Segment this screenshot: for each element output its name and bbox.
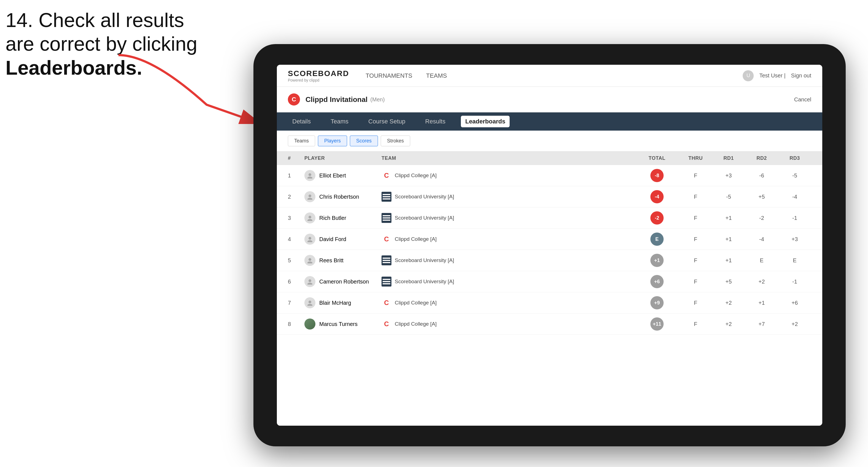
rd2-cell: E: [745, 257, 778, 264]
navbar: SCOREBOARD Powered by clippd TOURNAMENTS…: [277, 65, 822, 87]
svg-rect-6: [383, 196, 390, 197]
filter-scores[interactable]: Scores: [350, 135, 378, 146]
player-cell: Cameron Robertson: [304, 276, 381, 287]
player-avatar: [304, 297, 315, 308]
col-rd1: RD1: [712, 155, 745, 161]
rd1-cell: +5: [712, 279, 745, 285]
player-name: Chris Robertson: [319, 194, 359, 200]
svg-point-4: [307, 198, 312, 200]
table-row[interactable]: 6 Cameron Robertson Scoreboard Universit…: [277, 271, 822, 292]
filter-strokes[interactable]: Strokes: [381, 135, 410, 146]
total-cell: -4: [635, 190, 679, 203]
tablet-screen: SCOREBOARD Powered by clippd TOURNAMENTS…: [277, 65, 822, 426]
rank-cell: 1: [288, 173, 304, 179]
total-cell: E: [635, 232, 679, 246]
svg-rect-5: [383, 194, 390, 195]
rd3-cell: E: [778, 257, 811, 264]
rd1-cell: +1: [712, 215, 745, 221]
sign-out[interactable]: Sign out: [791, 72, 811, 79]
rd1-cell: +2: [712, 321, 745, 327]
rd2-cell: +2: [745, 279, 778, 285]
score-badge: +9: [650, 296, 663, 309]
col-rank: #: [288, 155, 304, 161]
tab-course-setup[interactable]: Course Setup: [364, 116, 410, 127]
user-name: Test User |: [759, 72, 785, 79]
filter-teams[interactable]: Teams: [288, 135, 315, 146]
sub-nav: Details Teams Course Setup Results Leade…: [277, 113, 822, 131]
tab-teams[interactable]: Teams: [326, 116, 353, 127]
score-badge: -4: [650, 190, 663, 203]
score-badge: +1: [650, 254, 663, 267]
team-name: Clippd College [A]: [395, 236, 437, 242]
table-row[interactable]: 4 David Ford C Clippd College [A] E F +1…: [277, 229, 822, 250]
svg-point-2: [307, 177, 312, 179]
svg-point-15: [309, 258, 311, 261]
rank-cell: 2: [288, 194, 304, 200]
team-cell: C Clippd College [A]: [381, 170, 635, 181]
team-cell: Scoreboard University [A]: [381, 277, 635, 286]
rank-cell: 3: [288, 215, 304, 221]
rd3-cell: -5: [778, 173, 811, 179]
tablet-frame: SCOREBOARD Powered by clippd TOURNAMENTS…: [253, 44, 846, 446]
thru-cell: F: [679, 279, 712, 285]
tab-leaderboards[interactable]: Leaderboards: [461, 116, 510, 127]
team-name: Scoreboard University [A]: [395, 194, 454, 200]
table-row[interactable]: 7 Blair McHarg C Clippd College [A] +9 F…: [277, 292, 822, 314]
svg-rect-10: [383, 215, 390, 216]
col-thru: THRU: [679, 155, 712, 161]
nav-links: TOURNAMENTS TEAMS: [366, 72, 743, 79]
rd3-cell: -1: [778, 215, 811, 221]
user-icon: U: [743, 70, 754, 81]
score-badge: -8: [650, 169, 663, 182]
thru-cell: F: [679, 236, 712, 243]
team-name: Scoreboard University [A]: [395, 215, 454, 221]
col-team: TEAM: [381, 155, 635, 161]
nav-tournaments[interactable]: TOURNAMENTS: [366, 72, 412, 79]
total-cell: +6: [635, 275, 679, 288]
table-row[interactable]: 5 Rees Britt Scoreboard University [A] +…: [277, 250, 822, 271]
rd2-cell: +7: [745, 321, 778, 327]
svg-rect-22: [383, 279, 390, 280]
player-avatar: [304, 276, 315, 287]
rank-cell: 8: [288, 321, 304, 327]
team-logo-clippd: C: [381, 298, 392, 308]
nav-teams[interactable]: TEAMS: [426, 72, 447, 79]
team-logo-clippd: C: [381, 170, 392, 181]
score-badge: E: [650, 232, 663, 246]
team-cell: Scoreboard University [A]: [381, 255, 635, 265]
team-name: Clippd College [A]: [395, 321, 437, 327]
player-avatar: [304, 318, 315, 330]
tab-details[interactable]: Details: [288, 116, 315, 127]
player-cell: Chris Robertson: [304, 191, 381, 202]
player-avatar: [304, 234, 315, 245]
rd2-cell: -6: [745, 173, 778, 179]
rd3-cell: +3: [778, 236, 811, 243]
table-row[interactable]: 1 Elliot Ebert C Clippd College [A] -8 F…: [277, 165, 822, 186]
rank-cell: 5: [288, 257, 304, 264]
svg-point-8: [309, 216, 311, 218]
rd1-cell: +1: [712, 257, 745, 264]
svg-rect-24: [383, 283, 390, 284]
team-logo-clippd: C: [381, 319, 392, 329]
team-cell: Scoreboard University [A]: [381, 192, 635, 202]
tab-results[interactable]: Results: [421, 116, 450, 127]
tournament-title: Clippd Invitational: [306, 95, 368, 104]
filter-players[interactable]: Players: [318, 135, 347, 146]
player-avatar: [304, 212, 315, 223]
rank-cell: 7: [288, 300, 304, 306]
score-badge: +11: [650, 317, 663, 331]
thru-cell: F: [679, 215, 712, 221]
player-avatar: [304, 170, 315, 181]
cancel-button[interactable]: Cancel: [794, 96, 811, 103]
team-logo-clippd: C: [381, 234, 392, 244]
player-name: David Ford: [319, 236, 346, 243]
col-rd3: RD3: [778, 155, 811, 161]
table-row[interactable]: 2 Chris Robertson Scoreboard University …: [277, 186, 822, 208]
rd2-cell: +5: [745, 194, 778, 200]
table-row[interactable]: 3 Rich Butler Scoreboard University [A] …: [277, 208, 822, 229]
svg-point-25: [309, 301, 311, 303]
score-badge: -2: [650, 211, 663, 224]
logo-sub: Powered by clippd: [288, 78, 349, 82]
player-name: Blair McHarg: [319, 300, 351, 306]
table-row[interactable]: 8 Marcus Turners C Clippd College [A] +1…: [277, 314, 822, 335]
